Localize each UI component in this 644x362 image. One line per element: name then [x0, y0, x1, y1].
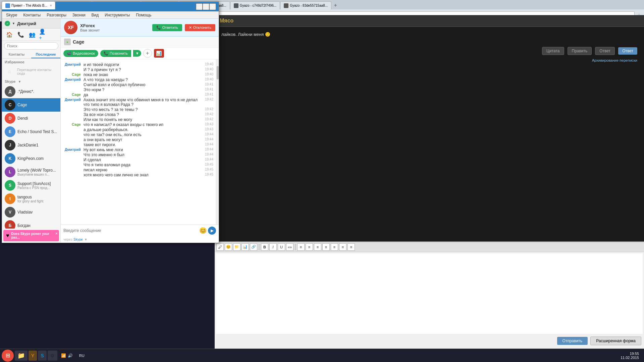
- menu-tools[interactable]: Инструменты: [102, 12, 132, 18]
- chat-contact-name: Cage: [73, 39, 84, 45]
- contact-item-lonely[interactable]: L Lonely (WoW Topro... Выкупаем ваших п.…: [2, 165, 60, 179]
- contact-item-cage[interactable]: C Cage: [2, 98, 60, 112]
- reply-toolbar-btn-align-4[interactable]: ≡: [322, 243, 330, 251]
- tab-contacts[interactable]: Контакты: [2, 51, 31, 58]
- message-sender: [63, 82, 84, 87]
- answer-call-btn[interactable]: 📞 Ответить: [152, 24, 182, 31]
- forum-post-reply-btn[interactable]: Ответ: [618, 47, 637, 55]
- contact-name-tangous: tangous: [17, 195, 58, 199]
- menu-contacts[interactable]: Контакты: [20, 12, 43, 18]
- search-input[interactable]: [4, 42, 58, 50]
- taskbar-volume-icon: 🔊: [68, 353, 73, 358]
- message-time: 19:44: [201, 147, 213, 152]
- skype-minimize-btn[interactable]: —: [196, 3, 203, 10]
- call-btn[interactable]: 📞 Позвонить: [100, 50, 131, 57]
- contact-avatar-denis: Д: [5, 86, 15, 97]
- reply-toolbar-btn-format-1[interactable]: B: [261, 243, 268, 251]
- video-call-btn[interactable]: 📹 Видеозвонок: [63, 50, 98, 57]
- reply-toolbar-btn-2[interactable]: 😊: [225, 243, 232, 251]
- message-time: 19:43: [201, 122, 213, 127]
- forum-reply-textarea[interactable]: [216, 253, 643, 334]
- contact-item-vladslav[interactable]: V Vladslav: [2, 205, 60, 219]
- chat-scrollbar[interactable]: [216, 59, 219, 225]
- taskbar-explorer-btn[interactable]: 📁: [15, 351, 28, 361]
- taskbar-chrome-btn[interactable]: Y: [29, 351, 37, 361]
- call-dropdown-btn[interactable]: ▼: [133, 50, 141, 57]
- contact-item-echo[interactable]: E Echo / Sound Test S...: [2, 125, 60, 138]
- forum-thanks-btn[interactable]: Ответ: [595, 47, 615, 55]
- contact-item-support[interactable]: S Support [SunAccs] Работа с PSN прод...: [2, 179, 60, 192]
- tab-6[interactable]: Gyazo - c748d72f7496...: [230, 1, 280, 9]
- message-row: ДмитрийАхаха значит это норм что обвинил…: [63, 98, 213, 107]
- menu-skype[interactable]: Skype: [3, 12, 20, 18]
- skype-maximize-btn[interactable]: □: [203, 3, 209, 10]
- menu-conversations[interactable]: Разговоры: [44, 12, 69, 18]
- nav-call-icon[interactable]: 📞: [16, 30, 25, 39]
- forum-reply-btn[interactable]: Править: [568, 47, 592, 55]
- reply-toolbar-btn-align-1[interactable]: ≡: [297, 243, 305, 251]
- start-button[interactable]: ⊞: [2, 350, 14, 362]
- decline-icon: ✕: [189, 25, 192, 30]
- reply-toolbar-btn-align-5[interactable]: ≡: [331, 243, 338, 251]
- message-row: И сделал19:44: [63, 158, 213, 162]
- contact-item-king[interactable]: K KingPeon.com: [2, 152, 60, 165]
- notification-text: Does Skype power your pas...: [11, 232, 57, 239]
- taskbar-skype-btn[interactable]: S: [38, 351, 46, 361]
- message-time: 19:40: [201, 62, 213, 67]
- menu-calls[interactable]: Звонки: [70, 12, 88, 18]
- nav-add-contact-icon[interactable]: 👤+: [39, 30, 48, 39]
- reply-toolbar-btn-align-7[interactable]: ≡: [347, 243, 355, 251]
- message-text: Что я типо взломал рада: [84, 163, 199, 167]
- nav-contacts-icon[interactable]: 👥: [28, 30, 37, 39]
- message-text: да: [84, 93, 199, 97]
- send-btn[interactable]: ▶: [208, 227, 216, 235]
- menu-help[interactable]: Помощь: [133, 12, 154, 18]
- contact-item-tangous[interactable]: t tangous for glory and fight: [2, 192, 60, 205]
- contact-avatar-tangous: t: [5, 193, 15, 204]
- reply-toolbar-btn-3[interactable]: 📁: [233, 243, 240, 251]
- message-text: писал херню: [84, 168, 199, 172]
- nav-home-icon[interactable]: 🏠: [5, 30, 14, 39]
- message-input[interactable]: [63, 226, 198, 235]
- caller-avatar: XF: [64, 21, 77, 34]
- forum-archive-link[interactable]: Архивирование переписки: [592, 58, 637, 62]
- reply-toolbar-btn-4[interactable]: 📊: [241, 243, 249, 251]
- menu-view[interactable]: Вид: [89, 12, 102, 18]
- tab-close-btn[interactable]: ×: [50, 4, 52, 7]
- skype-close-btn[interactable]: ✕: [209, 3, 216, 10]
- forum-quote-btn[interactable]: Цитата: [542, 47, 564, 55]
- reply-toolbar-btn-5[interactable]: 🔗: [250, 243, 257, 251]
- contact-item-bogdan[interactable]: Б Богдан: [2, 219, 60, 229]
- contact-item-jack[interactable]: J JackDanie1: [2, 138, 60, 152]
- via-label: через: [63, 238, 72, 241]
- message-time: 19:45: [201, 168, 213, 172]
- contact-item-denis[interactable]: Д .*Денис*.: [2, 85, 60, 98]
- message-sender: [63, 142, 84, 147]
- message-row: И ? а причен тут я ?19:40: [63, 67, 213, 72]
- taskbar-date: 11.02.2015: [621, 356, 639, 360]
- reply-toolbar-btn-align-2[interactable]: ≡: [306, 243, 313, 251]
- decline-call-btn[interactable]: ✕ Отклонить: [185, 24, 215, 31]
- reply-toolbar-btn-align-6[interactable]: ≡: [339, 243, 346, 251]
- reply-toolbar-btn-1[interactable]: 🖊: [216, 243, 224, 251]
- reply-toolbar-btn-format-2[interactable]: I: [269, 243, 277, 251]
- add-to-chat-btn[interactable]: +: [143, 49, 152, 58]
- notification-close-btn[interactable]: ×: [55, 231, 58, 236]
- taskbar-steam-btn[interactable]: ⚙: [48, 351, 57, 361]
- reply-toolbar-btn-format-3[interactable]: U: [278, 243, 285, 251]
- contact-item-dendi[interactable]: D Dendi: [2, 112, 60, 125]
- tab-recent[interactable]: Последние: [31, 51, 60, 58]
- forum-submit-btn[interactable]: Отправить: [557, 337, 588, 345]
- forum-advanced-btn[interactable]: Расширенная форма: [590, 337, 641, 345]
- tab-7[interactable]: Gyazo - 83de55715aa8...: [280, 1, 331, 9]
- emoji-btn[interactable]: 😊: [199, 227, 207, 234]
- via-skype-link[interactable]: Skype: [73, 238, 83, 241]
- tab-active[interactable]: Привет - The Allods B... ×: [2, 1, 55, 9]
- message-sender: Дмитрий: [63, 77, 84, 82]
- message-sender: [63, 168, 84, 172]
- new-tab-button[interactable]: +: [331, 1, 339, 9]
- reply-toolbar-btn-align-3[interactable]: ≡: [314, 243, 321, 251]
- reply-toolbar-btn-format-4[interactable]: «»: [286, 243, 293, 251]
- message-time: 19:42: [201, 98, 213, 107]
- chart-btn[interactable]: 📊: [154, 49, 164, 58]
